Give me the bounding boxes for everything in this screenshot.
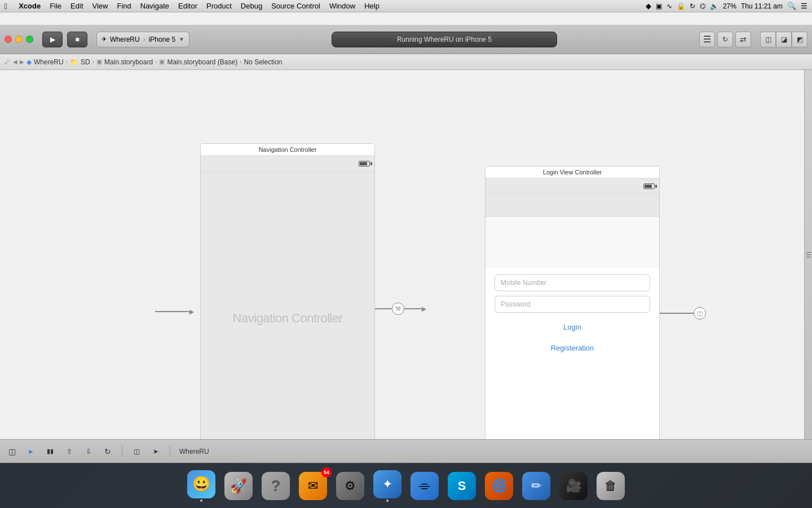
login-button[interactable]: Login (495, 317, 650, 334)
bottom-bar: ◫ ► ▮▮ ⇧ ⇩ ↻ ◫ ➤ WhereRU (0, 439, 812, 463)
nav-controller-content: Navigation Controller (201, 172, 374, 439)
dock-mail[interactable]: ✉ 54 (297, 470, 329, 502)
nav-controller-watermark: Navigation Controller (201, 311, 374, 326)
mobile-placeholder: Mobile Number (501, 279, 546, 287)
build-status-text: Running WhereRU on iPhone 5 (397, 36, 492, 43)
segue-arrow: ⚒ ► (375, 303, 428, 315)
close-window-button[interactable] (5, 36, 12, 43)
trash-icon: 🗑 (597, 472, 625, 500)
finder-icon: 😀 (187, 470, 215, 498)
search-menu-icon[interactable]: 🔍 (787, 2, 796, 10)
dock-ios-simulator[interactable]: ✏ (520, 470, 553, 502)
view-toggle-group: ◫ ◪ ◩ (760, 32, 807, 47)
view-debug-button[interactable]: ◪ (776, 32, 792, 47)
bottom-down-icon[interactable]: ⇩ (81, 444, 96, 459)
right-sidebar-toggle[interactable] (804, 70, 812, 439)
menubar-navigate[interactable]: Navigate (140, 2, 169, 10)
minimize-window-button[interactable] (15, 36, 23, 43)
login-controller-title: Login View Controller (486, 167, 659, 178)
mail-badge: 54 (321, 467, 332, 478)
scheme-app-name: WhereRU (110, 36, 140, 43)
xcode-window: ▶ ■ ✈ WhereRU › iPhone 5 ▼ Running Where… (0, 12, 812, 463)
menubar-window[interactable]: Window (329, 2, 355, 10)
folder-icon: 📁 (70, 58, 78, 66)
menubar-debug[interactable]: Debug (241, 2, 262, 10)
mobile-number-field[interactable]: Mobile Number (495, 274, 650, 291)
menubar-editor[interactable]: Editor (178, 2, 197, 10)
dock-launchpad[interactable]: 🚀 (222, 470, 255, 502)
menubar:  Xcode File Edit View Find Navigate Edi… (0, 0, 812, 12)
dock-system-prefs[interactable]: ⚙ (334, 470, 367, 502)
editor-standard-button[interactable]: ☰ (699, 32, 715, 47)
notification-icon: ▣ (656, 2, 662, 10)
time-machine-icon: ↻ (690, 2, 695, 10)
dock-question[interactable]: ? (259, 470, 292, 502)
dock-safari[interactable]: ⌯ (408, 470, 441, 502)
bottom-refresh-icon[interactable]: ↻ (100, 444, 115, 459)
breadcrumb-no-selection-label: No Selection (244, 58, 283, 66)
dock: 😀 🚀 ? ✉ 54 ⚙ ✦ ⌯ (0, 463, 812, 508)
breadcrumb-nav-back[interactable]: ◀ (13, 59, 17, 65)
bottom-play-icon[interactable]: ► (24, 444, 38, 459)
dock-finder[interactable]: 😀 (185, 470, 218, 502)
breadcrumb-nav-forward[interactable]: ▶ (20, 59, 24, 65)
question-icon: ? (262, 472, 290, 500)
ios-simulator-icon: ✏ (522, 472, 550, 500)
view-navigator-button[interactable]: ◫ (760, 32, 776, 47)
run-button[interactable]: ▶ (42, 32, 63, 47)
media-icon: 🎥 (559, 472, 588, 500)
registration-button[interactable]: Registeration (495, 338, 650, 358)
login-view-controller-scene: Login View Controller Mobile Number Pass… (485, 166, 660, 439)
breadcrumb-item-storyboard[interactable]: ▣ Main.storyboard (96, 58, 153, 66)
menubar-help[interactable]: Help (364, 2, 379, 10)
bottom-pause-icon[interactable]: ▮▮ (43, 444, 58, 459)
stop-button[interactable]: ■ (67, 32, 87, 47)
dock-xcode[interactable]: ✦ (371, 470, 404, 502)
breadcrumb-item-storyboard-base[interactable]: ▣ Main.storyboard (Base) (159, 58, 237, 66)
bottom-up-icon[interactable]: ⇧ (62, 444, 77, 459)
notification-center-icon[interactable]: ☰ (801, 2, 807, 10)
battery-menu: 27% (723, 2, 736, 10)
bottom-grid-icon[interactable]: ◫ (5, 444, 19, 459)
menubar-view[interactable]: View (92, 2, 108, 10)
menubar-file[interactable]: File (50, 2, 61, 10)
xcode-icon: ✦ (373, 470, 401, 498)
bottom-layout-icon[interactable]: ◫ (129, 444, 144, 459)
menubar-source-control[interactable]: Source Control (271, 2, 320, 10)
storyboard-icon: ▣ (96, 58, 102, 65)
dock-trash[interactable]: 🗑 (594, 470, 627, 502)
breadcrumb-item-sd[interactable]: 📁 SD (70, 58, 90, 66)
skype-icon: S (448, 472, 476, 500)
dock-skype[interactable]: S (445, 470, 478, 502)
maximize-window-button[interactable] (26, 36, 33, 43)
nav-controller-status-bar (201, 156, 374, 172)
right-segue-arrow: ◫ (660, 307, 706, 319)
apple-menu[interactable]:  (5, 2, 7, 11)
bottom-divider-1 (122, 446, 122, 457)
editor-assistant-button[interactable]: ⇄ (735, 32, 751, 47)
view-utilities-button[interactable]: ◩ (792, 32, 807, 47)
menubar-product[interactable]: Product (206, 2, 232, 10)
scheme-selector[interactable]: ✈ WhereRU › iPhone 5 ▼ (96, 32, 189, 47)
nav-battery-icon (359, 161, 370, 167)
menubar-find[interactable]: Find (117, 2, 131, 10)
safari-icon: ⌯ (411, 472, 439, 500)
build-status-area: Running WhereRU on iPhone 5 (194, 32, 695, 47)
wifi-icon: ∿ (667, 2, 672, 10)
sidebar-lines-icon (806, 252, 811, 257)
storyboard-canvas-area[interactable]: ► Navigation Controller Navigation Contr… (0, 70, 804, 439)
dock-media[interactable]: 🎥 (557, 470, 590, 502)
breadcrumb: ☄ ◀ ▶ ◆ WhereRU › 📁 SD › ▣ Main.storyboa… (0, 54, 812, 70)
scheme-chevron: ▼ (179, 36, 184, 42)
menubar-xcode[interactable]: Xcode (19, 2, 41, 10)
breadcrumb-item-app[interactable]: ◆ WhereRU (27, 58, 64, 66)
editor-history-button[interactable]: ↻ (717, 32, 733, 47)
toolbar: ▶ ■ ✈ WhereRU › iPhone 5 ▼ Running Where… (0, 25, 812, 54)
dock-firefox[interactable]: 🌀 (483, 470, 515, 502)
bottom-send-icon[interactable]: ➤ (148, 444, 163, 459)
navigation-controller-scene: Navigation Controller Navigation Control… (200, 143, 375, 439)
password-field[interactable]: Password (495, 296, 650, 313)
menubar-edit[interactable]: Edit (70, 2, 83, 10)
grid-icon: ☄ (5, 58, 11, 66)
xcode-running-dot (386, 500, 389, 502)
